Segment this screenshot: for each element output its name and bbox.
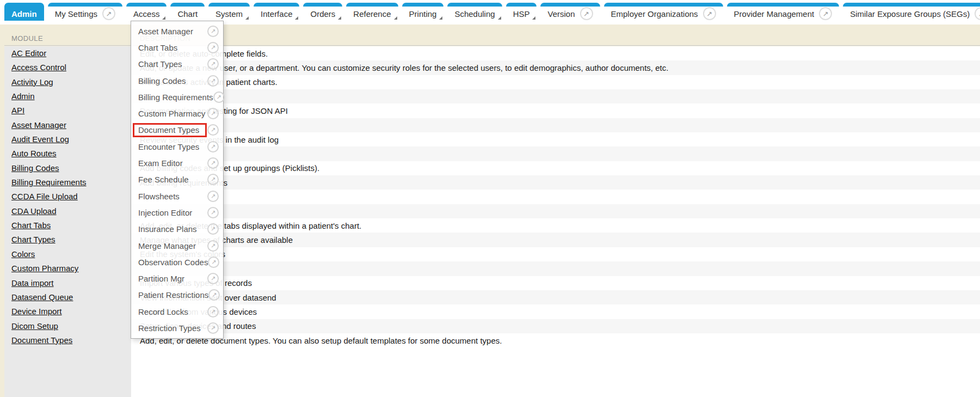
chart-menu-item-record-locks[interactable]: Record Locks↗ — [131, 303, 223, 320]
nav-tab-label: Interface — [261, 9, 292, 19]
menu-item-label: Asset Manager — [138, 27, 193, 36]
external-link-icon[interactable]: ↗ — [207, 174, 219, 185]
nav-tab-orders[interactable]: Orders — [303, 3, 342, 21]
nav-tab-access[interactable]: Access — [126, 3, 167, 21]
sidebar-item-custom-pharmacy[interactable]: Custom Pharmacy — [4, 261, 131, 276]
chart-menu-item-partition-mgr[interactable]: Partition Mgr↗ — [131, 270, 223, 286]
external-link-icon[interactable]: ↗ — [703, 7, 716, 20]
sidebar-item-api[interactable]: API — [4, 103, 131, 118]
external-link-icon[interactable]: ↗ — [207, 306, 219, 317]
external-link-icon[interactable]: ↗ — [207, 207, 219, 218]
sidebar-item-auto-routes[interactable]: Auto Routes — [4, 146, 131, 161]
sidebar-item-activity-log[interactable]: Activity Log — [4, 75, 131, 89]
sidebar-item-billing-codes[interactable]: Billing Codes — [4, 161, 131, 175]
external-link-icon[interactable]: ↗ — [207, 273, 219, 284]
description-row: Add, edit, or delete the tabs displayed … — [131, 218, 980, 233]
description-row: Review security events in the audit log — [131, 132, 980, 146]
nav-tab-printing[interactable]: Printing — [402, 3, 444, 21]
external-link-icon[interactable]: ↗ — [580, 7, 593, 20]
external-link-icon[interactable]: ↗ — [207, 141, 219, 152]
external-link-icon[interactable]: ↗ — [207, 240, 219, 252]
nav-tab-version[interactable]: Version↗ — [540, 3, 600, 21]
chart-menu-item-asset-manager[interactable]: Asset Manager↗ — [131, 23, 223, 39]
external-link-icon[interactable]: ↗ — [208, 289, 220, 301]
nav-tab-label: Orders — [310, 9, 335, 19]
external-link-icon[interactable]: ↗ — [207, 58, 219, 70]
nav-tab-reference[interactable]: Reference — [346, 3, 398, 21]
external-link-icon[interactable]: ↗ — [207, 191, 219, 202]
external-link-icon[interactable]: ↗ — [975, 7, 980, 20]
external-link-icon[interactable]: ↗ — [819, 7, 832, 20]
description-row: Import various types of records — [131, 276, 980, 290]
menu-item-label: Flowsheets — [138, 192, 180, 201]
sidebar-item-audit-event-log[interactable]: Audit Event Log — [4, 132, 131, 146]
sidebar-item-ac-editor[interactable]: AC Editor — [4, 46, 131, 60]
chart-menu-item-chart-tabs[interactable]: Chart Tabs↗ — [131, 39, 223, 56]
external-link-icon[interactable]: ↗ — [207, 322, 219, 334]
chart-menu-item-fee-schedule[interactable]: Fee Schedule↗ — [131, 172, 223, 188]
sidebar-item-ccda-file-upload[interactable]: CCDA File Upload — [4, 190, 131, 204]
external-link-icon[interactable]: ↗ — [208, 256, 219, 268]
description-row: Edit the system's colors — [131, 247, 980, 261]
nav-tab-interface[interactable]: Interface — [254, 3, 299, 21]
chart-menu-item-injection-editor[interactable]: Injection Editor↗ — [131, 204, 223, 221]
nav-tab-label: Reference — [353, 9, 391, 19]
nav-tab-label: Admin — [11, 9, 37, 19]
sidebar-item-chart-tabs[interactable]: Chart Tabs — [4, 218, 131, 233]
nav-tab-label: My Settings — [55, 9, 97, 19]
chart-menu-item-custom-pharmacy[interactable]: Custom Pharmacy↗ — [131, 105, 223, 121]
nav-tab-similar-exposure-groups-segs[interactable]: Similar Exposure Groups (SEGs)↗ — [843, 3, 980, 21]
sidebar-item-document-types[interactable]: Document Types — [4, 333, 131, 347]
chart-menu-item-exam-editor[interactable]: Exam Editor↗ — [131, 155, 223, 171]
external-link-icon[interactable]: ↗ — [207, 75, 219, 87]
external-link-icon[interactable]: ↗ — [207, 42, 219, 53]
external-link-icon[interactable]: ↗ — [207, 26, 219, 37]
external-link-icon[interactable]: ↗ — [207, 108, 219, 119]
nav-tab-system[interactable]: System — [208, 3, 250, 21]
chart-menu-item-flowsheets[interactable]: Flowsheets↗ — [131, 188, 223, 204]
chart-menu-item-billing-codes[interactable]: Billing Codes↗ — [131, 72, 223, 89]
sidebar-item-cda-upload[interactable]: CDA Upload — [4, 204, 131, 218]
chart-menu-item-merge-manager[interactable]: Merge Manager↗ — [131, 237, 223, 254]
description-panel-header: DESCRIPTION — [131, 32, 980, 46]
sidebar-item-datasend-queue[interactable]: Datasend Queue — [4, 290, 131, 304]
description-row: Manage what types of charts are availabl… — [131, 233, 980, 247]
sidebar-item-dicom-setup[interactable]: Dicom Setup — [4, 319, 131, 333]
sidebar-item-billing-requirements[interactable]: Billing Requirements — [4, 175, 131, 190]
external-link-icon[interactable]: ↗ — [102, 7, 115, 20]
nav-tab-admin[interactable]: Admin — [4, 3, 44, 21]
description-row: Documentation and testing for JSON API — [131, 103, 980, 118]
sidebar-item-chart-types[interactable]: Chart Types — [4, 233, 131, 247]
chart-menu-item-insurance-plans[interactable]: Insurance Plans↗ — [131, 221, 223, 237]
external-link-icon[interactable]: ↗ — [213, 91, 225, 103]
description-table: Edit, or delete auto-complete fields.Add… — [131, 46, 980, 347]
chart-menu-item-restriction-types[interactable]: Restriction Types↗ — [131, 320, 223, 336]
sidebar-item-device-import[interactable]: Device Import — [4, 304, 131, 319]
menu-item-label: Merge Manager — [138, 241, 196, 251]
external-link-icon[interactable]: ↗ — [207, 223, 219, 235]
chart-menu-item-billing-requirements[interactable]: Billing Requirements↗ — [131, 89, 223, 105]
chart-menu-item-observation-codes[interactable]: Observation Codes↗ — [131, 254, 223, 270]
external-link-icon[interactable]: ↗ — [207, 157, 219, 169]
nav-tab-hsp[interactable]: HSP — [506, 3, 537, 21]
description-row: Add, edit, or delete document types. You… — [131, 333, 980, 347]
nav-tab-label: HSP — [513, 9, 530, 19]
nav-tab-my-settings[interactable]: My Settings↗ — [48, 3, 122, 21]
nav-tab-provider-management[interactable]: Provider Management↗ — [727, 3, 840, 21]
external-link-icon[interactable]: ↗ — [207, 124, 219, 136]
chart-menu-item-document-types[interactable]: Document Types↗ — [131, 122, 223, 138]
nav-tab-chart[interactable]: Chart — [170, 3, 205, 21]
description-row: View a user's activity in patient charts… — [131, 75, 980, 89]
sidebar-item-access-control[interactable]: Access Control — [4, 60, 131, 75]
sidebar-item-colors[interactable]: Colors — [4, 247, 131, 261]
description-row: Add, or update a new user, or a departme… — [131, 60, 980, 75]
chart-menu-item-patient-restrictions[interactable]: Patient Restrictions↗ — [131, 287, 223, 303]
nav-tab-scheduling[interactable]: Scheduling — [447, 3, 502, 21]
sidebar-item-admin[interactable]: Admin — [4, 89, 131, 103]
sidebar-item-asset-manager[interactable]: Asset Manager — [4, 118, 131, 132]
chart-menu-item-chart-types[interactable]: Chart Types↗ — [131, 56, 223, 72]
menu-item-label: Document Types — [138, 125, 199, 135]
sidebar-item-data-import[interactable]: Data import — [4, 276, 131, 290]
chart-menu-item-encounter-types[interactable]: Encounter Types↗ — [131, 138, 223, 155]
nav-tab-employer-organizations[interactable]: Employer Organizations↗ — [604, 3, 723, 21]
